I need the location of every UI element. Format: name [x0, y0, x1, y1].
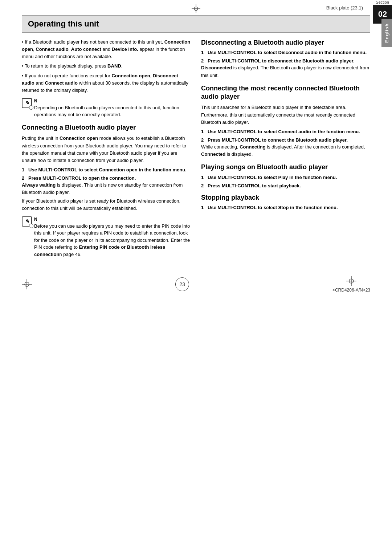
top-crosshair — [192, 4, 200, 13]
section-connect-body: Putting the unit in Connection open mode… — [22, 135, 191, 164]
note1-text: Depending on Bluetooth audio players con… — [34, 104, 191, 118]
intro-block: ▪ If a Bluetooth audio player has not be… — [22, 38, 191, 94]
connect-step1-heading: 1 Use MULTI-CONTROL to select Connection… — [22, 167, 191, 172]
pencil-icon: ✎ — [25, 100, 29, 106]
note1-label: N — [34, 98, 37, 103]
english-sidebar-label: English — [381, 19, 392, 47]
disconnect-step1-heading: 1 Use MULTI-CONTROL to select Disconnect… — [201, 50, 370, 55]
disconnect-step2-heading: 2 Press MULTI-CONTROL to disconnect the … — [201, 58, 370, 64]
pencil-icon2: ✎ — [25, 219, 29, 224]
note-circle-decoration — [29, 105, 33, 110]
reconnect-step2-body: While connecting, Connecting is displaye… — [201, 143, 370, 158]
note-circle-decoration2 — [29, 224, 33, 228]
reconnect-step1-heading: 1 Use MULTI-CONTROL to select Connect au… — [201, 129, 370, 134]
disconnect-step2-body: Disconnected is displayed. The Bluetooth… — [201, 64, 370, 79]
intro-para2-text: To return to the playback display, press… — [25, 63, 122, 69]
left-column: ▪ If a Bluetooth audio player has not be… — [22, 38, 191, 261]
footer-code: <CRD4206-A/N>23 — [332, 288, 370, 293]
playing-step1-heading: 1 Use MULTI-CONTROL to select Play in th… — [201, 175, 370, 180]
right-column: Disconnecting a Bluetooth audio player 1… — [201, 38, 370, 261]
section-playing-heading: Playing songs on Bluetooth audio player — [201, 163, 370, 171]
connect-step2-extra: If your Bluetooth audio player is set re… — [22, 198, 191, 212]
section-reconnect-heading: Connecting the most recently connected B… — [201, 84, 370, 101]
section-disconnect-heading: Disconnecting a Bluetooth audio player — [201, 38, 370, 47]
note2-block: ✎ N Before you can use audio players you… — [22, 216, 191, 258]
page-title: Operating this unit — [28, 19, 364, 29]
reconnect-step2-heading: 2 Press MULTI-CONTROL to connect the Blu… — [201, 137, 370, 143]
section-stopping-heading: Stopping playback — [201, 194, 370, 202]
plate-text: Black plate (23,1) — [326, 5, 363, 11]
bottom-right-crosshair — [346, 276, 356, 286]
section-connect-heading: Connecting a Bluetooth audio player — [22, 123, 191, 132]
intro-para3-text: If you do not operate functions except f… — [22, 73, 188, 93]
connect-step2-heading: 2 Press MULTI-CONTROL to open the connec… — [22, 175, 191, 181]
note2-text: Before you can use audio players you may… — [34, 223, 191, 258]
stopping-step1-heading: 1 Use MULTI-CONTROL to select Stop in th… — [201, 205, 370, 210]
note2-label: N — [34, 217, 37, 222]
bottom-left-crosshair — [22, 279, 32, 289]
page-number: 23 — [175, 277, 189, 291]
note1-block: ✎ N Depending on Bluetooth audio players… — [22, 98, 191, 118]
intro-para1-text: If a Bluetooth audio player has not been… — [22, 39, 190, 59]
connect-step2-body: Always waiting is displayed. This unit i… — [22, 182, 191, 196]
section-label: Section — [376, 0, 389, 4]
playing-step2-heading: 2 Press MULTI-CONTROL to start playback. — [201, 183, 370, 188]
section-reconnect-body: This unit searches for a Bluetooth audio… — [201, 104, 370, 126]
